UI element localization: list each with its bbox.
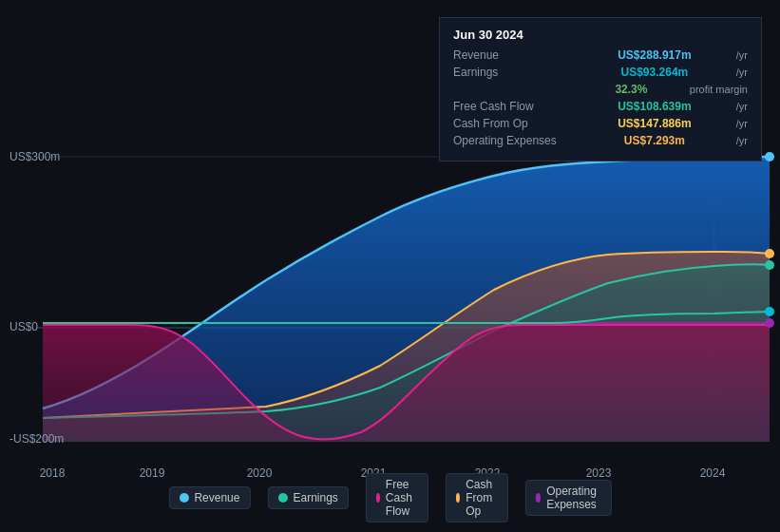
x-label-2019: 2019 (140, 466, 165, 480)
legend-item-revenue[interactable]: Revenue (168, 486, 250, 509)
tooltip-row-revenue: Revenue US$288.917m /yr (453, 48, 748, 62)
tooltip-unit-opex: /yr (736, 135, 748, 146)
x-label-2018: 2018 (40, 466, 66, 480)
svg-point-7 (765, 260, 774, 270)
x-label-2024: 2024 (700, 466, 726, 480)
svg-point-6 (765, 249, 774, 258)
tooltip-label-cashop: Cash From Op (453, 117, 577, 130)
svg-point-5 (765, 152, 774, 162)
legend-item-fcf[interactable]: Free Cash Flow (366, 473, 428, 522)
tooltip-unit-revenue: /yr (736, 49, 748, 61)
legend-item-earnings[interactable]: Earnings (267, 486, 348, 509)
tooltip-unit-fcf: /yr (736, 101, 748, 112)
legend-label-revenue: Revenue (194, 491, 239, 504)
tooltip-row-fcf: Free Cash Flow US$108.639m /yr (453, 100, 748, 113)
legend-label-cashop: Cash From Op (466, 478, 498, 518)
tooltip-text-margin: profit margin (690, 84, 748, 95)
tooltip-value-cashop: US$147.886m (618, 117, 691, 130)
legend-dot-earnings (277, 493, 287, 503)
chart-legend: Revenue Earnings Free Cash Flow Cash Fro… (168, 473, 611, 522)
legend-item-opex[interactable]: Operating Expenses (525, 480, 612, 516)
svg-point-8 (765, 307, 774, 316)
tooltip-label-earnings: Earnings (453, 66, 577, 79)
tooltip-label-revenue: Revenue (453, 48, 577, 62)
legend-dot-fcf (376, 493, 380, 503)
tooltip-label-opex: Operating Expenses (453, 134, 577, 147)
tooltip-box: Jun 30 2024 Revenue US$288.917m /yr Earn… (439, 17, 762, 162)
legend-label-earnings: Earnings (293, 491, 337, 504)
legend-item-cashop[interactable]: Cash From Op (446, 473, 508, 522)
tooltip-date: Jun 30 2024 (453, 28, 748, 42)
tooltip-value-opex: US$7.293m (624, 134, 685, 147)
tooltip-value-fcf: US$108.639m (618, 100, 691, 113)
tooltip-unit-earnings: /yr (736, 66, 748, 78)
tooltip-row-earnings: Earnings US$93.264m /yr (453, 66, 748, 79)
legend-label-fcf: Free Cash Flow (386, 478, 418, 518)
legend-dot-opex (536, 493, 541, 503)
tooltip-value-revenue: US$288.917m (618, 48, 691, 62)
legend-label-opex: Operating Expenses (546, 484, 600, 511)
tooltip-label-fcf: Free Cash Flow (453, 100, 577, 113)
legend-dot-revenue (179, 493, 188, 503)
tooltip-value-earnings: US$93.264m (621, 66, 689, 79)
legend-dot-cashop (456, 493, 460, 503)
tooltip-row-cashop: Cash From Op US$147.886m /yr (453, 117, 748, 130)
y-label-top: US$300m (10, 150, 60, 163)
chart-container: US$300m US$0 -US$200m 2018 2019 2020 202… (0, 0, 780, 532)
svg-point-9 (765, 318, 774, 328)
y-label-zero: US$0 (10, 320, 38, 333)
tooltip-unit-cashop: /yr (736, 118, 748, 129)
y-label-bottom: -US$200m (10, 432, 64, 446)
tooltip-value-margin: 32.3% (615, 83, 647, 96)
tooltip-row-opex: Operating Expenses US$7.293m /yr (453, 134, 748, 147)
tooltip-row-margin: 32.3% profit margin (453, 83, 748, 96)
